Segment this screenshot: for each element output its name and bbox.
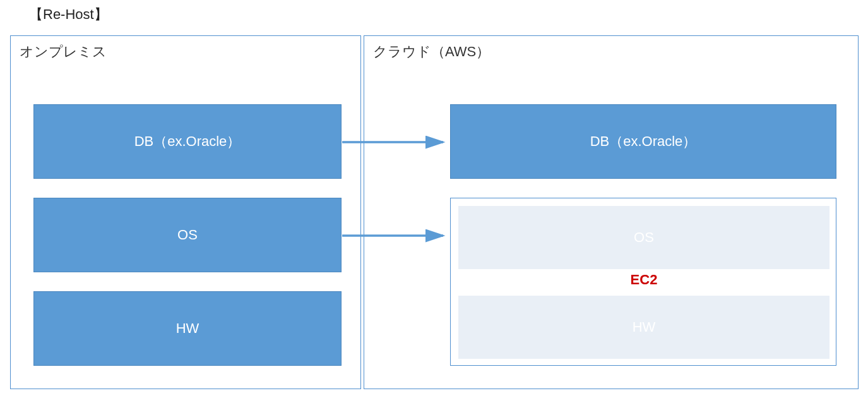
cloud-os-box: OS [458, 206, 829, 269]
cloud-db-box: DB（ex.Oracle） [450, 104, 836, 179]
ec2-label: EC2 [451, 272, 837, 288]
cloud-db-label: DB（ex.Oracle） [590, 132, 697, 151]
cloud-panel: クラウド（AWS） DB（ex.Oracle） OS EC2 HW [364, 35, 859, 389]
onprem-panel: オンプレミス DB（ex.Oracle） OS HW [10, 35, 361, 389]
onprem-db-label: DB（ex.Oracle） [134, 132, 241, 151]
cloud-os-label: OS [634, 229, 654, 246]
cloud-panel-title: クラウド（AWS） [373, 42, 490, 61]
diagram-title: 【Re-Host】 [29, 5, 108, 24]
onprem-db-box: DB（ex.Oracle） [33, 104, 342, 179]
cloud-hw-box: HW [458, 296, 829, 359]
onprem-hw-label: HW [176, 320, 199, 337]
diagram-canvas: 【Re-Host】 オンプレミス DB（ex.Oracle） OS HW クラウ… [0, 0, 868, 398]
onprem-os-box: OS [33, 198, 342, 272]
onprem-os-label: OS [177, 227, 198, 243]
onprem-panel-title: オンプレミス [20, 42, 107, 61]
cloud-hw-label: HW [633, 319, 656, 335]
onprem-hw-box: HW [33, 291, 342, 366]
ec2-container: OS EC2 HW [450, 198, 836, 366]
